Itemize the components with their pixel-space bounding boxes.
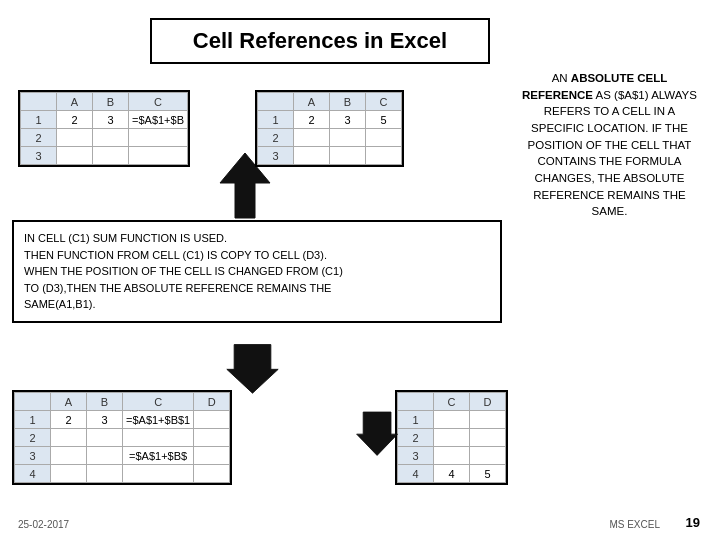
footer-page: 19 [686, 515, 700, 530]
cell-b2 [93, 129, 129, 147]
right-panel-desc: AS ($A$1) ALWAYS REFERS TO A CELL IN A S… [528, 89, 697, 218]
arrow-between-bottom-icon [355, 405, 400, 460]
cell-a2 [294, 129, 330, 147]
cell-b3 [330, 147, 366, 165]
cell-c1 [434, 411, 470, 429]
cell-c2 [366, 129, 402, 147]
cell-d2 [470, 429, 506, 447]
cell-c1: =$A$1+$B$1 [123, 411, 194, 429]
cell-d1 [470, 411, 506, 429]
cell-b3 [87, 447, 123, 465]
col-header [21, 93, 57, 111]
col-header-a: A [294, 93, 330, 111]
cell-a3 [57, 147, 93, 165]
cell-a2 [57, 129, 93, 147]
row-header: 1 [258, 111, 294, 129]
cell-d2 [194, 429, 230, 447]
cell-d4: 5 [470, 465, 506, 483]
sheet-bot-left: A B C D 1 2 3 =$A$1+$B$1 2 3 =$A$1+$B$ [12, 390, 232, 485]
cell-d4 [194, 465, 230, 483]
svg-marker-2 [357, 412, 398, 455]
col-header-c: D [470, 393, 506, 411]
footer-date: 25-02-2017 [18, 519, 69, 530]
col-header-d: D [194, 393, 230, 411]
svg-marker-1 [227, 345, 278, 394]
cell-a3 [294, 147, 330, 165]
row-header: 1 [21, 111, 57, 129]
cell-b4 [87, 465, 123, 483]
cell-c3 [366, 147, 402, 165]
row-header: 3 [398, 447, 434, 465]
col-header-c: C [129, 93, 188, 111]
row-header: 4 [398, 465, 434, 483]
col-header [398, 393, 434, 411]
cell-a4 [51, 465, 87, 483]
col-header-b: B [330, 93, 366, 111]
cell-c2 [123, 429, 194, 447]
row-header: 2 [21, 129, 57, 147]
description-box: IN CELL (C1) SUM FUNCTION IS USED.THEN F… [12, 220, 502, 323]
col-header-b: C [434, 393, 470, 411]
cell-c3 [434, 447, 470, 465]
cell-c3 [129, 147, 188, 165]
col-header-b: B [87, 393, 123, 411]
col-header [15, 393, 51, 411]
cell-c1: =$A$1+$B [129, 111, 188, 129]
arrow-down-icon [225, 340, 280, 395]
cell-c4 [123, 465, 194, 483]
cell-c2 [129, 129, 188, 147]
cell-c2 [434, 429, 470, 447]
cell-a1: 2 [57, 111, 93, 129]
cell-d3 [470, 447, 506, 465]
row-header: 2 [398, 429, 434, 447]
cell-d1 [194, 411, 230, 429]
cell-a2 [51, 429, 87, 447]
description-text: IN CELL (C1) SUM FUNCTION IS USED.THEN F… [24, 232, 343, 310]
cell-b1: 3 [330, 111, 366, 129]
row-header: 3 [21, 147, 57, 165]
right-panel: AN ABSOLUTE CELL REFERENCE AS ($A$1) ALW… [517, 70, 702, 220]
title-box: Cell References in Excel [150, 18, 490, 64]
cell-c4: 4 [434, 465, 470, 483]
cell-b3 [93, 147, 129, 165]
sheet-top-right: A B C 1 2 3 5 2 3 [255, 90, 404, 167]
cell-a3 [51, 447, 87, 465]
row-header: 3 [258, 147, 294, 165]
cell-d3 [194, 447, 230, 465]
cell-c1: 5 [366, 111, 402, 129]
row-header: 1 [15, 411, 51, 429]
page-title: Cell References in Excel [193, 28, 447, 53]
footer-app: MS EXCEL [609, 519, 660, 530]
cell-b1: 3 [87, 411, 123, 429]
row-header: 2 [15, 429, 51, 447]
cell-b1: 3 [93, 111, 129, 129]
cell-a1: 2 [51, 411, 87, 429]
sheet-bot-right: C D 1 2 3 4 4 5 [395, 390, 508, 485]
row-header: 3 [15, 447, 51, 465]
right-panel-intro: AN [552, 72, 571, 84]
col-header-b: B [93, 93, 129, 111]
row-header: 4 [15, 465, 51, 483]
col-header [258, 93, 294, 111]
row-header: 2 [258, 129, 294, 147]
cell-c3: =$A$1+$B$ [123, 447, 194, 465]
row-header: 1 [398, 411, 434, 429]
cell-a1: 2 [294, 111, 330, 129]
col-header-a: A [51, 393, 87, 411]
cell-b2 [330, 129, 366, 147]
col-header-c: C [366, 93, 402, 111]
sheet-top-left: A B C 1 2 3 =$A$1+$B 2 3 [18, 90, 190, 167]
col-header-a: A [57, 93, 93, 111]
cell-b2 [87, 429, 123, 447]
col-header-c: C [123, 393, 194, 411]
